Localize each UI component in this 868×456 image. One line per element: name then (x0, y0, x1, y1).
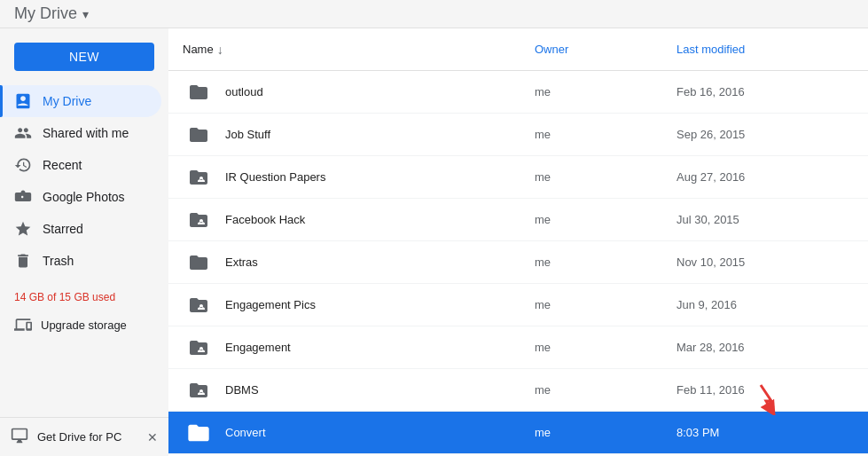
sidebar-item-starred[interactable]: Starred (0, 213, 161, 245)
folder-icon (183, 374, 215, 406)
file-date: Feb 16, 2016 (676, 85, 854, 98)
breadcrumb-dropdown-icon[interactable]: ▾ (82, 7, 89, 21)
top-bar: My Drive ▾ (0, 0, 868, 28)
file-list: outloudmeFeb 16, 2016 Job StuffmeSep 26,… (168, 71, 868, 456)
file-owner: me (535, 341, 676, 354)
sidebar-item-shared-with-me[interactable]: Shared with me (0, 117, 161, 149)
file-name: DBMS (225, 383, 535, 397)
sidebar: NEW My Drive Shared with me Recent (0, 28, 168, 456)
table-row[interactable]: EngagementmeMar 28, 2016 (168, 326, 868, 369)
upgrade-storage-button[interactable]: Upgrade storage (14, 311, 154, 339)
file-owner: me (535, 256, 676, 269)
file-owner: me (535, 213, 676, 226)
my-drive-icon (14, 92, 32, 110)
recent-icon (14, 156, 32, 174)
folder-icon (183, 161, 215, 193)
photos-icon (14, 188, 32, 206)
sidebar-item-my-drive[interactable]: My Drive (0, 85, 161, 117)
sort-icon: ↓ (217, 43, 223, 57)
file-date: Mar 28, 2016 (676, 341, 854, 354)
active-indicator (0, 85, 3, 117)
table-row[interactable]: DBMSmeFeb 11, 2016 (168, 369, 868, 412)
file-owner: me (535, 383, 676, 397)
folder-icon (183, 204, 215, 236)
close-icon[interactable]: ✕ (147, 430, 158, 444)
folder-icon (183, 119, 215, 151)
file-date: Sep 26, 2015 (676, 128, 854, 141)
storage-section: 14 GB of 15 GB used Upgrade storage (14, 291, 154, 339)
col-name-header[interactable]: Name ↓ (183, 43, 535, 57)
get-drive-bar[interactable]: Get Drive for PC ✕ (0, 417, 168, 456)
folder-icon (183, 247, 215, 279)
file-name: Engagement Pics (225, 298, 535, 311)
upgrade-label: Upgrade storage (41, 318, 127, 332)
table-row[interactable]: ExtrasmeNov 10, 2015 (168, 241, 868, 284)
upgrade-icon (14, 316, 32, 334)
folder-icon (183, 289, 215, 321)
sidebar-label-shared-with-me: Shared with me (43, 126, 129, 140)
file-date: Nov 10, 2015 (676, 256, 854, 269)
sidebar-label-my-drive: My Drive (43, 94, 91, 108)
file-name: Extras (225, 256, 535, 269)
sidebar-label-starred: Starred (43, 222, 83, 236)
table-row[interactable]: Job StuffmeSep 26, 2015 (168, 114, 868, 156)
file-owner: me (535, 298, 676, 311)
file-date: Aug 27, 2016 (676, 170, 854, 184)
file-date: Feb 11, 2016 (676, 383, 854, 397)
file-owner: me (535, 426, 676, 439)
sidebar-label-recent: Recent (43, 158, 82, 172)
col-owner-header[interactable]: Owner (535, 43, 676, 56)
sidebar-item-recent[interactable]: Recent (0, 149, 161, 181)
col-modified-header[interactable]: Last modified (676, 43, 854, 56)
trash-icon (14, 252, 32, 270)
folder-icon (183, 417, 215, 449)
file-owner: me (535, 170, 676, 184)
sidebar-item-google-photos[interactable]: Google Photos (0, 181, 161, 213)
starred-icon (14, 220, 32, 238)
file-name: outloud (225, 85, 535, 98)
sidebar-label-trash: Trash (43, 254, 74, 268)
file-name: IR Question Papers (225, 170, 535, 184)
get-drive-label: Get Drive for PC (37, 430, 121, 444)
file-date: 8:03 PM (676, 426, 854, 439)
main-layout: NEW My Drive Shared with me Recent (0, 28, 868, 456)
file-name: Engagement (225, 341, 535, 354)
shared-icon (14, 124, 32, 142)
sidebar-label-google-photos: Google Photos (43, 190, 125, 204)
col-name-label: Name (183, 43, 214, 56)
breadcrumb-title: My Drive ▾ (14, 4, 89, 23)
file-name: Convert (225, 426, 535, 439)
file-date: Jul 30, 2015 (676, 213, 854, 226)
new-button[interactable]: NEW (14, 43, 154, 71)
storage-text: 14 GB of 15 GB used (14, 291, 154, 303)
file-owner: me (535, 128, 676, 141)
table-row[interactable]: Engagement PicsmeJun 9, 2016 (168, 284, 868, 326)
breadcrumb-text: My Drive (14, 4, 77, 23)
folder-icon (183, 76, 215, 108)
table-header: Name ↓ Owner Last modified (168, 28, 868, 71)
file-name: Job Stuff (225, 128, 535, 141)
sidebar-item-trash[interactable]: Trash (0, 245, 161, 277)
content-area: Name ↓ Owner Last modified outloudmeFeb … (168, 28, 868, 456)
table-row[interactable]: outloudmeFeb 16, 2016 (168, 71, 868, 114)
monitor-icon (11, 427, 28, 447)
table-row[interactable]: IR Question PapersmeAug 27, 2016 (168, 156, 868, 199)
table-row[interactable]: Convertme8:03 PM (168, 412, 868, 454)
folder-icon (183, 332, 215, 364)
table-row[interactable]: Facebook HackmeJul 30, 2015 (168, 199, 868, 241)
file-date: Jun 9, 2016 (676, 298, 854, 311)
file-name: Facebook Hack (225, 213, 535, 226)
file-owner: me (535, 85, 676, 98)
